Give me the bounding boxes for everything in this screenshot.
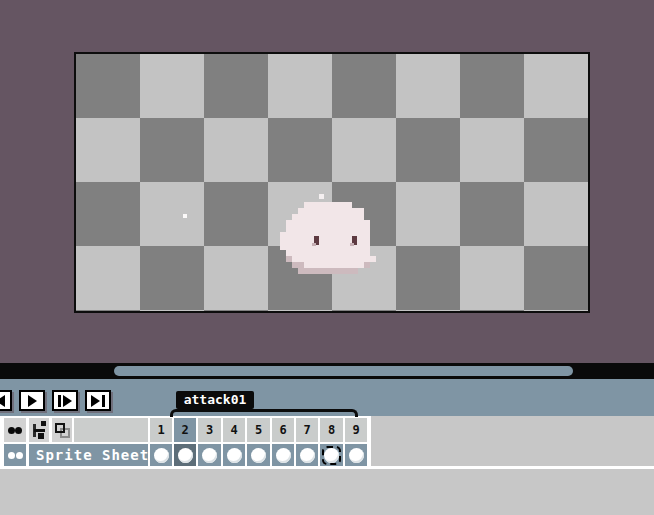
layer-name-cell[interactable]: Sprite Sheet [29,444,148,466]
next-frame-button[interactable] [52,390,78,411]
frame-header-9[interactable]: 9 [345,418,367,442]
checker-square [460,310,524,313]
checker-square [524,182,588,246]
play-button[interactable] [19,390,45,411]
sparkle-particle [319,194,324,199]
eye-dot-icon [8,427,15,434]
sparkle-particle [183,214,187,218]
cel-content-dot [227,448,242,463]
checker-square [524,310,588,313]
checker-square [268,310,332,313]
step-forward-icon [58,395,72,407]
cel-frame-3[interactable] [198,444,221,466]
sprite-eye-base [350,243,354,246]
cel-content-dot [154,448,169,463]
checker-square [332,310,396,313]
checker-square [76,118,140,182]
checker-square [140,310,204,313]
cel-frame-5[interactable] [247,444,270,466]
header-spacer-cell [74,418,148,442]
checker-square [140,246,204,310]
checker-square [396,246,460,310]
skip-start-icon [0,395,6,407]
frame-header-2[interactable]: 2 [174,418,196,442]
cel-content-dot [251,448,266,463]
checker-square [140,182,204,246]
checker-square [204,182,268,246]
checker-square [460,54,524,118]
checker-square [524,54,588,118]
cel-frame-2[interactable] [174,444,196,466]
checker-square [332,54,396,118]
duplicate-frames-button[interactable] [52,418,72,442]
cel-frame-6[interactable] [272,444,294,466]
checker-square [396,310,460,313]
sprite-pixel [364,262,370,268]
sprite-pixel [370,256,376,262]
frame-header-4[interactable]: 4 [223,418,245,442]
cel-content-dot [178,448,193,463]
checker-square [76,54,140,118]
sprite-canvas[interactable] [74,52,590,313]
checker-square [76,182,140,246]
cel-frame-7[interactable] [296,444,318,466]
tag-range-bracket [170,409,358,417]
checker-square [460,118,524,182]
overlapping-squares-icon [54,422,70,438]
checker-square [524,246,588,310]
eye-dot-icon [8,452,15,459]
animation-tag-label[interactable]: attack01 [176,391,254,409]
cel-content-dot [300,448,315,463]
cel-content-dot [349,448,364,463]
checker-square [204,246,268,310]
cel-frame-4[interactable] [223,444,245,466]
onion-skin-toggle[interactable] [29,418,49,442]
checker-square [396,182,460,246]
eye-dot-icon [16,452,23,459]
checker-square [204,310,268,313]
checker-square [76,310,140,313]
checker-square [140,118,204,182]
layer-eye-toggle[interactable] [4,444,26,466]
scrollbar-handle[interactable] [114,366,573,376]
checker-square [268,118,332,182]
selected-cel-outline [322,446,341,465]
checker-square [204,118,268,182]
skip-end-icon [91,395,105,407]
frame-header-3[interactable]: 3 [198,418,221,442]
checker-square [396,54,460,118]
horizontal-scrollbar-track[interactable] [0,363,654,379]
last-frame-button[interactable] [85,390,111,411]
onion-skin-icon [33,421,46,439]
checker-square [204,54,268,118]
layer-visibility-toggle[interactable] [4,418,26,442]
checker-square [396,118,460,182]
sprite-eye-base [312,243,316,246]
cel-content-dot [202,448,217,463]
checker-square [332,118,396,182]
eye-dot-icon [15,427,22,434]
play-icon [27,395,38,407]
checker-square [268,54,332,118]
editor-viewport [0,0,654,363]
frame-header-6[interactable]: 6 [272,418,294,442]
sprite-pixel [352,268,358,274]
cel-frame-9[interactable] [345,444,367,466]
timeline-bottom-separator [0,466,654,469]
frame-header-5[interactable]: 5 [247,418,270,442]
checker-square [460,182,524,246]
cel-frame-8[interactable] [320,444,343,466]
checker-square [460,246,524,310]
cel-content-dot [276,448,291,463]
checker-square [76,246,140,310]
checker-square [140,54,204,118]
first-frame-button[interactable] [0,390,12,411]
cel-frame-1[interactable] [150,444,172,466]
frame-header-8[interactable]: 8 [320,418,343,442]
frame-header-1[interactable]: 1 [150,418,172,442]
frame-header-7[interactable]: 7 [296,418,318,442]
checker-square [524,118,588,182]
